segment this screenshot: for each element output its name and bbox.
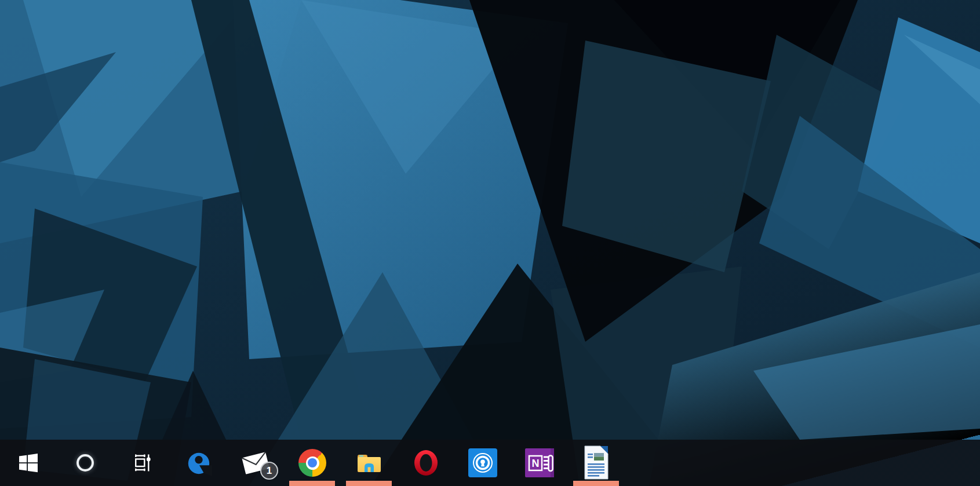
svg-text:N: N: [532, 458, 540, 469]
windows-start-icon: [19, 453, 38, 473]
file-explorer-button[interactable]: [341, 440, 398, 486]
onenote-button[interactable]: N: [511, 440, 568, 486]
file-explorer-icon: [356, 451, 382, 474]
edge-icon: [185, 450, 212, 476]
start-button[interactable]: [0, 440, 57, 486]
mail-unread-badge: 1: [260, 462, 278, 480]
cortana-circle-icon: [76, 454, 94, 472]
opera-button[interactable]: [398, 440, 454, 486]
desktop-wallpaper: [0, 0, 980, 486]
task-view-icon: [132, 453, 152, 473]
active-app-indicator: [573, 481, 619, 486]
cortana-button[interactable]: [57, 440, 114, 486]
libreoffice-writer-icon: [583, 445, 610, 480]
1password-icon: [468, 448, 497, 477]
task-view-button[interactable]: [114, 440, 170, 486]
chrome-icon: [298, 449, 326, 477]
desktop: 1: [0, 0, 980, 486]
opera-icon: [413, 449, 439, 477]
onenote-icon: N: [525, 448, 554, 477]
taskbar: 1: [0, 440, 980, 486]
active-app-indicator: [346, 481, 392, 486]
onepassword-button[interactable]: [454, 440, 511, 486]
libreoffice-writer-button[interactable]: [568, 440, 625, 486]
active-app-indicator: [289, 481, 335, 486]
edge-button[interactable]: [170, 440, 227, 486]
chrome-button[interactable]: [284, 440, 341, 486]
mail-button[interactable]: 1: [227, 440, 284, 486]
